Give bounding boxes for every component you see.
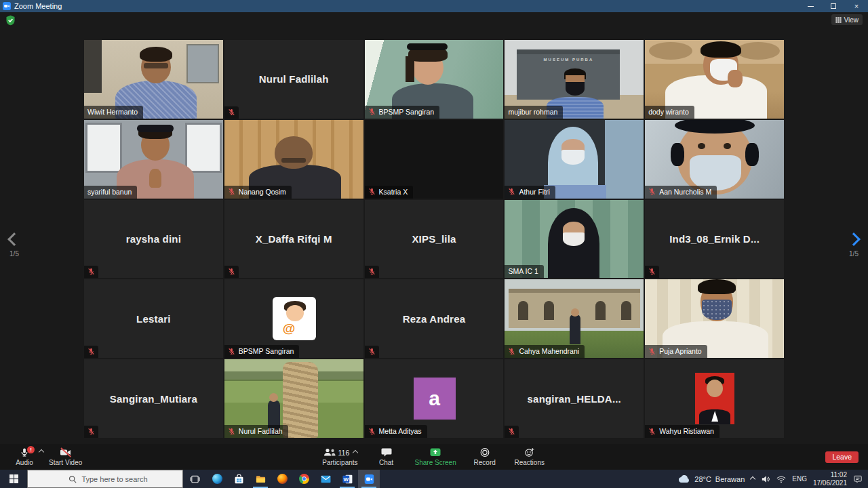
participant-tile[interactable]: Reza Andrea	[365, 279, 504, 358]
chat-label: Chat	[379, 459, 393, 466]
muted-mic-icon	[508, 428, 515, 435]
minimize-button[interactable]	[799, 0, 822, 12]
participant-tile-active-speaker[interactable]: dody wiranto	[645, 40, 784, 119]
security-shield-icon[interactable]	[5, 15, 16, 26]
view-button[interactable]: View	[831, 14, 863, 25]
chrome-core	[302, 476, 307, 481]
file-explorer-icon	[256, 474, 266, 484]
share-screen-button[interactable]: Share Screen	[411, 444, 460, 470]
decor	[701, 41, 741, 58]
taskbar-search-input[interactable]: Type here to search	[27, 470, 183, 488]
language-indicator[interactable]: ENG	[792, 475, 807, 483]
participant-name-label: Puja Aprianto	[645, 345, 707, 358]
decor	[736, 42, 780, 60]
taskbar-word-button[interactable]	[336, 470, 358, 488]
decor	[144, 63, 168, 68]
start-button[interactable]	[0, 470, 27, 488]
participant-name: XIPS_lila	[365, 200, 504, 279]
start-video-button[interactable]: Start Video	[45, 444, 86, 470]
taskbar-zoom-button[interactable]	[358, 470, 380, 488]
participant-tile[interactable]: Wiwit Hermanto	[84, 40, 223, 119]
participant-tile[interactable]: SMA IC 1	[505, 200, 644, 279]
muted-mic-icon	[228, 188, 235, 195]
speaker-icon[interactable]	[761, 475, 770, 483]
chat-button[interactable]: Chat	[366, 444, 407, 470]
record-button[interactable]: Record	[465, 444, 505, 470]
word-icon	[342, 474, 353, 484]
participant-name: dody wiranto	[648, 108, 689, 116]
participant-name: syariful banun	[87, 188, 132, 196]
hidden-icons-caret[interactable]	[750, 476, 755, 481]
muted-mic-icon	[508, 188, 515, 195]
action-center-icon[interactable]	[853, 475, 863, 483]
close-button[interactable]: ×	[845, 0, 868, 12]
firefox-icon	[277, 474, 288, 484]
participants-options-caret[interactable]	[353, 449, 358, 455]
minimize-icon	[808, 6, 814, 7]
audio-button[interactable]: ! Audio	[4, 444, 45, 470]
leave-button[interactable]: Leave	[825, 451, 859, 463]
face-mask-decor	[690, 155, 741, 190]
taskbar-mail-button[interactable]	[315, 470, 336, 488]
next-page-arrow[interactable]	[847, 232, 861, 246]
participant-tile[interactable]: Nurul Fadlilah	[224, 359, 363, 438]
participant-name: SMA IC 1	[508, 267, 538, 275]
taskbar-store-button[interactable]	[228, 470, 250, 488]
participant-tile[interactable]: Ind3_08_Ernik D...	[645, 200, 784, 279]
taskbar-chrome-button[interactable]	[293, 470, 315, 488]
muted-mic-icon	[508, 348, 515, 355]
participant-tile[interactable]: a Metta Adityas	[365, 359, 504, 438]
participant-tile[interactable]: XIPS_lila	[365, 200, 504, 279]
participant-tile[interactable]: Lestari	[84, 279, 223, 358]
avatar-letter: a	[414, 378, 456, 420]
participant-name-label: Wahyu Ristiawan	[645, 425, 719, 438]
participant-name-label	[84, 346, 98, 358]
weather-widget[interactable]: 28°C Berawan	[678, 475, 745, 483]
participant-tile[interactable]: Aan Nurcholis M	[645, 120, 784, 199]
participant-name-label: syariful banun	[84, 186, 137, 199]
participant-name: Nurul Fadlilah	[224, 40, 363, 119]
participant-tile[interactable]: Athur Fitri	[505, 120, 644, 199]
task-view-button[interactable]	[183, 470, 206, 488]
wifi-icon[interactable]	[776, 475, 786, 483]
participant-tile[interactable]: Nanang Qosim	[224, 120, 363, 199]
participant-tile[interactable]: Puja Aprianto	[645, 279, 784, 358]
previous-page-arrow[interactable]	[7, 232, 21, 246]
participant-tile[interactable]: X_Daffa Rifqi M	[224, 200, 363, 279]
task-view-icon	[190, 475, 200, 483]
taskbar-firefox-button[interactable]	[271, 470, 293, 488]
participants-button[interactable]: 116 Participants	[318, 444, 361, 470]
restore-button[interactable]	[822, 0, 845, 12]
decor	[149, 169, 161, 188]
muted-mic-icon	[368, 428, 376, 435]
participant-name: Aan Nurcholis M	[659, 188, 711, 196]
participant-tile[interactable]: BPSMP Sangiran	[365, 40, 504, 119]
window-decor	[85, 123, 122, 173]
participant-tile[interactable]: @ BPSMP Sangiran	[224, 279, 363, 358]
audio-options-caret[interactable]	[39, 449, 44, 455]
clock[interactable]: 11:02 17/06/2021	[813, 471, 847, 487]
participant-tile[interactable]: Wahyu Ristiawan	[645, 359, 784, 438]
participant-tile[interactable]: Cahya Mahendrani	[505, 279, 644, 358]
participant-tile[interactable]: syariful banun	[84, 120, 223, 199]
participant-name: mujibur rohman	[508, 108, 557, 116]
participant-tile[interactable]: Sangiran_Mutiara	[84, 359, 223, 438]
taskbar-edge-button[interactable]	[206, 470, 228, 488]
headphones-decor	[671, 143, 684, 166]
reactions-button[interactable]: Reactions	[509, 444, 550, 470]
participant-tile[interactable]: MUSEUM PURBA mujibur rohman	[505, 40, 644, 119]
participant-tile[interactable]: sangiran_HELDA...	[505, 359, 644, 438]
muted-mic-icon	[648, 428, 656, 435]
taskbar-file-explorer-button[interactable]	[250, 470, 271, 488]
participant-name-label: dody wiranto	[645, 106, 694, 119]
reactions-icon	[524, 447, 535, 458]
participant-tile[interactable]: raysha dini	[84, 200, 223, 279]
participant-tile[interactable]: Ksatria X	[365, 120, 504, 199]
decor	[84, 40, 102, 93]
participant-tile[interactable]: Nurul Fadlilah	[224, 40, 363, 119]
reactions-label: Reactions	[514, 459, 544, 466]
page-indicator: 1/5	[5, 250, 24, 258]
search-icon	[68, 475, 77, 483]
participant-name-label: Athur Fitri	[505, 186, 555, 199]
muted-mic-icon	[368, 188, 376, 195]
